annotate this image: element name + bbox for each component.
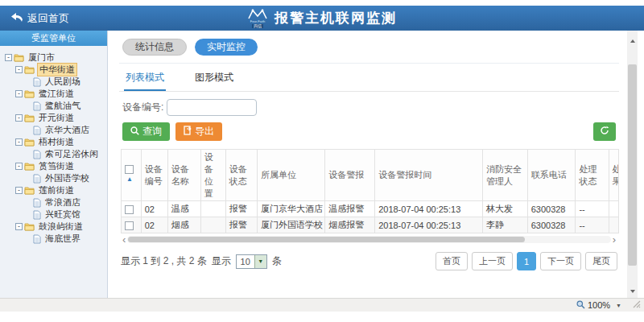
select-all-header[interactable]: ▲ [122,150,142,201]
tree-node-label[interactable]: 中华街道 [37,63,77,76]
search-row: 设备编号: [122,99,619,116]
select-dropdown-icon[interactable]: ▼ [254,255,266,268]
tree-folder-node[interactable]: -梧村街道 [2,136,105,148]
tree-leaf-node[interactable]: 兴旺宾馆 [2,208,105,221]
table-cell: 02 [141,217,167,233]
tree-node-label[interactable]: 鼓浪屿街道 [37,221,85,233]
tree-node-label[interactable]: 莲前街道 [37,184,76,196]
zoom-dropdown-icon: ▼ [616,303,621,308]
page-size-select[interactable]: 10 ▼ [236,254,267,269]
table-column-header[interactable]: 设备警报 [325,150,375,201]
export-button[interactable]: 导出 [175,122,222,141]
vertical-scrollbar[interactable] [627,31,638,298]
tree-node-label[interactable]: 人民剧场 [43,76,82,88]
tree-node-label[interactable]: 梧村街道 [37,136,76,148]
scroll-left-icon[interactable]: ‹ [121,236,127,244]
table-column-header[interactable]: 设备位置 [200,150,225,201]
tree-folder-node[interactable]: -厦门市 [2,52,105,64]
tree-leaf-node[interactable]: 常浪酒店 [2,196,105,208]
tree-leaf-node[interactable]: 外国语学校 [2,172,105,184]
tree-folder-node[interactable]: -开元街道 [2,112,105,124]
table-column-header[interactable]: 设备名称 [167,150,200,201]
table-column-header[interactable]: 处理结果 [609,150,619,201]
table-column-header[interactable]: 设备编号 [141,150,167,201]
tree-node-label[interactable]: 兴旺宾馆 [43,208,82,221]
tree-collapse-icon[interactable]: - [15,90,23,97]
table-column-header[interactable]: 消防安全管理人 [483,150,528,201]
folder-icon [24,186,35,195]
tab-graph-mode[interactable]: 图形模式 [193,64,235,91]
next-page-button[interactable]: 下一页 [540,252,581,270]
export-icon [184,126,192,138]
back-home-button[interactable]: 返回首页 [11,11,69,26]
tree-node-label[interactable]: 京华大酒店 [43,124,91,136]
hscroll-thumb[interactable] [128,237,524,242]
tree-folder-node[interactable]: -筼筜街道 [2,160,105,172]
tree-node-label[interactable]: 筼筜街道 [37,160,76,172]
tree-node-label[interactable]: 厦门市 [27,52,56,64]
search-icon [130,126,139,138]
scroll-up-icon[interactable] [627,35,638,46]
app-brand: Four-Faith 四信 报警主机联网监测 [247,9,397,28]
tree-folder-node[interactable]: -鼓浪屿街道 [2,221,105,233]
tree-leaf-node[interactable]: 京华大酒店 [2,124,105,136]
last-page-button[interactable]: 尾页 [585,252,617,270]
table-column-header[interactable]: 联系电话 [527,150,576,201]
tree-node-label[interactable]: 开元街道 [37,112,76,124]
tree-collapse-icon[interactable]: - [15,66,23,73]
vscroll-thumb[interactable] [628,64,637,266]
device-table: ▲设备编号设备名称设备位置设备状态所属单位设备警报设备警报时间消防安全管理人联系… [121,149,619,233]
table-cell: 烟感报警 [325,217,375,233]
tree-collapse-icon[interactable]: - [5,54,12,61]
tree-collapse-icon[interactable]: - [15,187,23,194]
tree-folder-node[interactable]: -莲前街道 [2,184,105,196]
mode-tabs: 列表模式 图形模式 [119,64,619,92]
refresh-button[interactable] [593,122,616,141]
table-column-header[interactable]: 处理状态 [576,150,609,201]
first-page-button[interactable]: 首页 [436,252,468,270]
row-select-cell[interactable] [122,217,142,233]
select-all-checkbox[interactable] [125,165,134,174]
horizontal-scrollbar[interactable]: ‹ › [121,234,617,245]
tree-collapse-icon[interactable]: - [15,163,23,170]
row-select-cell[interactable] [122,201,142,217]
tree-folder-node[interactable]: -中华街道 [2,64,105,76]
table-cell [200,201,225,217]
table-column-header[interactable]: 设备状态 [225,150,257,201]
tree-node-label[interactable]: 海底世界 [43,233,82,245]
tree-node-label[interactable]: 索可足浴休闲 [43,148,100,160]
table-row[interactable]: 02温感报警厦门京华大酒店温感报警2018-07-04 00:25:13林大发6… [122,201,620,217]
hscroll-track[interactable] [127,236,610,243]
tree-collapse-icon[interactable]: - [15,114,23,122]
row-checkbox[interactable] [125,205,134,214]
top-margin [0,0,644,6]
table-column-header[interactable]: 所属单位 [257,150,324,201]
prev-page-button[interactable]: 上一页 [472,252,513,270]
current-page-button[interactable]: 1 [517,252,536,270]
tree-node-label[interactable]: 常浪酒店 [43,196,82,208]
tree-node-label[interactable]: 鹭江街道 [37,88,76,100]
row-checkbox[interactable] [125,221,134,230]
search-button[interactable]: 查询 [122,122,170,141]
resize-grip[interactable] [633,299,641,311]
scroll-right-icon[interactable]: › [611,236,617,244]
tree-node-label[interactable]: 外国语学校 [43,172,91,184]
tree-leaf-node[interactable]: 鹭航油气 [2,100,105,112]
tree-collapse-icon[interactable]: - [15,223,23,230]
tree-leaf-node[interactable]: 海底世界 [2,233,105,245]
tree-leaf-node[interactable]: 人民剧场 [2,76,105,88]
tree-leaf-node[interactable]: 索可足浴休闲 [2,148,105,160]
scroll-down-icon[interactable] [627,286,638,296]
tree-collapse-icon[interactable]: - [15,138,23,146]
zoom-control[interactable]: 100% ▼ [576,300,621,311]
tab-list-mode[interactable]: 列表模式 [124,64,166,91]
tree-folder-node[interactable]: -鹭江街道 [2,88,105,100]
table-row[interactable]: 02烟感报警厦门外国语学校烟感报警2018-07-04 00:25:13李静63… [122,217,620,233]
tab-statistics[interactable]: 统计信息 [122,39,187,56]
table-column-header[interactable]: 设备警报时间 [375,150,483,201]
pagination-buttons: 首页 上一页 1 下一页 尾页 [436,252,617,270]
tab-realtime-monitor[interactable]: 实时监控 [195,39,258,56]
sort-asc-icon[interactable]: ▲ [126,175,133,183]
tree-node-label[interactable]: 鹭航油气 [43,100,82,112]
device-no-input[interactable] [167,99,257,116]
